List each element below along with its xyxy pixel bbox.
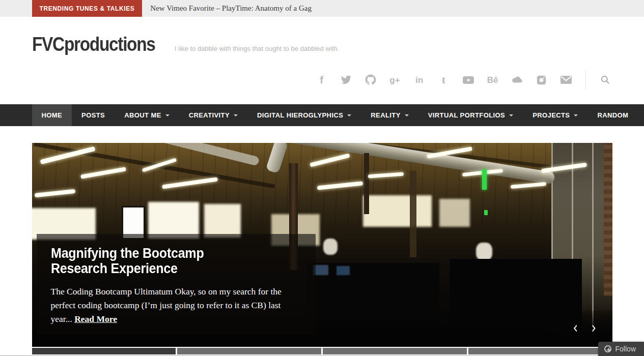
featured-slider: Magnifying the Bootcamp Research Experie… [32, 143, 612, 354]
search-icon[interactable] [598, 73, 612, 87]
github-icon[interactable] [363, 73, 378, 87]
nav-item-projects[interactable]: PROJECTS [523, 104, 587, 126]
chevron-down-icon [405, 114, 409, 118]
soundcloud-icon[interactable] [510, 73, 524, 87]
slide-tab-3[interactable] [323, 348, 467, 354]
tumblr-icon[interactable]: t [437, 73, 451, 87]
slider-next-button[interactable]: › [592, 320, 597, 336]
ticker-headline-link[interactable]: New Vimeo Favorite – PlayTime: Anatomy o… [150, 0, 312, 17]
facebook-icon[interactable]: f [315, 73, 329, 87]
youtube-icon[interactable] [461, 73, 475, 87]
follow-label: Follow [615, 345, 636, 353]
nav-item-virtual-portfolios[interactable]: VIRTUAL PORTFOLIOS [418, 104, 523, 126]
email-icon[interactable] [559, 73, 573, 87]
twitter-icon[interactable] [339, 73, 353, 87]
site-tagline: I like to dabble with things that ought … [175, 45, 339, 52]
slide-tab-2[interactable] [177, 348, 321, 354]
nav-item-creativity[interactable]: CREATIVITY [179, 104, 247, 126]
linkedin-icon[interactable]: in [412, 73, 427, 87]
nav-item-about-me[interactable]: ABOUT ME [115, 104, 179, 126]
chevron-down-icon [574, 114, 578, 118]
main-nav: HOME POSTS ABOUT ME CREATIVITY DIGITAL H… [0, 104, 644, 126]
chevron-down-icon [234, 114, 238, 118]
featured-post-image[interactable]: Magnifying the Bootcamp Research Experie… [32, 143, 612, 347]
nav-item-reality[interactable]: REALITY [361, 104, 418, 126]
instagram-icon[interactable] [535, 73, 549, 87]
behance-icon[interactable]: Bē [486, 73, 500, 87]
google-plus-icon[interactable]: g+ [388, 73, 402, 87]
brand: FVCproductionsI like to dabble with thin… [32, 17, 612, 55]
featured-post-excerpt: The Coding Bootcamp Ultimatum Okay, so o… [51, 285, 294, 325]
exit-sign [482, 169, 487, 190]
plus-circle-icon [604, 345, 611, 352]
featured-post-title[interactable]: Magnifying the Bootcamp Research Experie… [51, 246, 229, 276]
chevron-down-icon [509, 114, 513, 118]
slider-prev-button[interactable]: ‹ [573, 320, 578, 336]
site-header: FVCproductionsI like to dabble with thin… [0, 17, 644, 104]
nav-item-digital-hieroglyphics[interactable]: DIGITAL HIEROGLYPHICS [247, 104, 361, 126]
chevron-down-icon [165, 114, 170, 118]
read-more-link[interactable]: Read More [74, 314, 117, 324]
featured-post-card: Magnifying the Bootcamp Research Experie… [37, 234, 316, 334]
social-row: f g+ in t Bē [304, 70, 612, 90]
chevron-down-icon [347, 114, 351, 118]
search-divider [585, 70, 612, 90]
ticker-bar: TRENDING TUNES & TALKIES New Vimeo Favor… [0, 0, 644, 17]
nav-item-home[interactable]: HOME [32, 104, 72, 126]
slider-indicator-tabs [32, 348, 612, 354]
nav-item-posts[interactable]: POSTS [72, 104, 115, 126]
slide-tab-4[interactable] [468, 348, 612, 354]
slide-tab-1[interactable] [32, 348, 176, 354]
site-title-link[interactable]: FVCproductions [32, 34, 155, 55]
nav-item-random[interactable]: RANDOM [587, 104, 638, 126]
ticker-badge: TRENDING TUNES & TALKIES [32, 0, 143, 17]
follow-button[interactable]: Follow [598, 342, 644, 356]
